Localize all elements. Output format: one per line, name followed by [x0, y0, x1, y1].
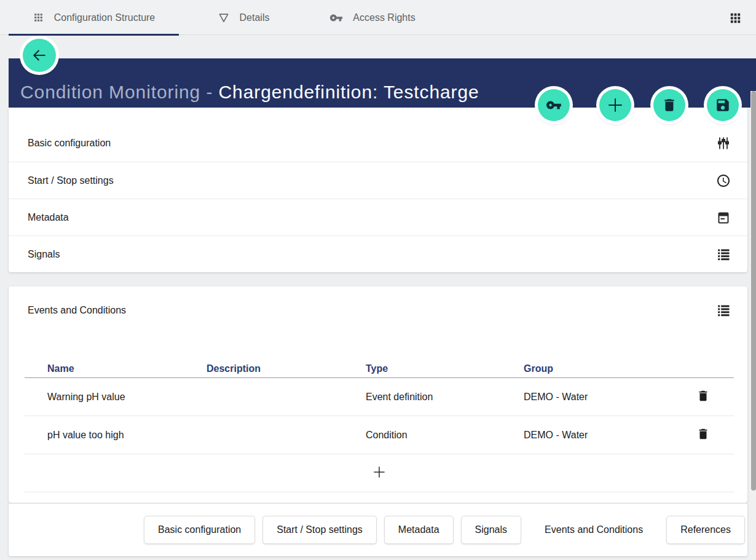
- tab-label: Details: [240, 12, 270, 23]
- key-icon: [546, 97, 562, 113]
- page-title-prefix: Condition Monitoring -: [20, 82, 219, 102]
- table-header-row: Name Description Type Group: [25, 349, 734, 378]
- section-label: Signals: [28, 249, 716, 260]
- row-delete-button[interactable]: [685, 389, 722, 405]
- tab-label: Configuration Structure: [54, 12, 156, 23]
- events-table: Name Description Type Group Warning pH v…: [25, 349, 734, 492]
- cell-name: Warning pH value: [25, 392, 207, 403]
- bottom-nav: Basic configuration Start / Stop setting…: [9, 503, 747, 556]
- nav-references[interactable]: References: [666, 516, 745, 544]
- section-basic-configuration[interactable]: Basic configuration: [9, 125, 747, 162]
- page-header: Condition Monitoring - Chargendefinition…: [9, 58, 756, 108]
- section-label: Basic configuration: [28, 138, 716, 149]
- scrollbar-thumb[interactable]: [751, 91, 756, 491]
- section-label: Metadata: [28, 212, 716, 223]
- events-title: Events and Conditions: [28, 305, 716, 316]
- column-header-name: Name: [25, 363, 207, 377]
- clock-icon: [716, 173, 731, 188]
- trash-icon: [661, 97, 677, 113]
- calendar-icon: [716, 210, 731, 225]
- nav-events-and-conditions[interactable]: Events and Conditions: [529, 516, 659, 544]
- column-header-group: Group: [524, 363, 685, 377]
- apps-grid-icon[interactable]: [728, 10, 742, 25]
- trash-icon: [696, 389, 710, 405]
- tab-configuration-structure[interactable]: Configuration Structure: [9, 0, 179, 35]
- scrollbar-track[interactable]: [750, 91, 756, 560]
- filter-icon: [218, 12, 230, 24]
- section-label: Start / Stop settings: [28, 175, 716, 186]
- delete-button[interactable]: [653, 89, 685, 121]
- grid-icon: [33, 12, 44, 23]
- access-key-button[interactable]: [538, 89, 570, 121]
- sliders-icon: [716, 136, 731, 151]
- section-metadata[interactable]: Metadata: [9, 199, 747, 235]
- plus-icon: [371, 464, 387, 483]
- section-start-stop-settings[interactable]: Start / Stop settings: [9, 162, 747, 199]
- arrow-left-icon: [31, 47, 48, 64]
- row-delete-button[interactable]: [685, 427, 722, 443]
- nav-start-stop-settings[interactable]: Start / Stop settings: [262, 516, 377, 544]
- sections-card: Basic configuration Start / Stop setting…: [9, 108, 747, 272]
- add-row-button[interactable]: [25, 454, 734, 492]
- table-row[interactable]: pH value too high Condition DEMO - Water: [25, 416, 734, 454]
- save-button[interactable]: [707, 89, 739, 121]
- list-icon[interactable]: [716, 303, 731, 318]
- cell-name: pH value too high: [25, 430, 207, 441]
- list-icon: [716, 247, 731, 262]
- trash-icon: [696, 427, 710, 443]
- nav-metadata[interactable]: Metadata: [384, 516, 454, 544]
- add-button[interactable]: [599, 89, 631, 121]
- column-header-type: Type: [366, 363, 524, 377]
- page-title: Condition Monitoring - Chargendefinition…: [20, 83, 479, 101]
- column-header-description: Description: [207, 363, 366, 377]
- nav-signals[interactable]: Signals: [461, 516, 521, 544]
- plus-icon: [605, 95, 625, 115]
- events-card: Events and Conditions Name Description T…: [9, 286, 747, 503]
- cell-type: Condition: [366, 430, 524, 441]
- section-signals[interactable]: Signals: [9, 235, 747, 272]
- table-row[interactable]: Warning pH value Event definition DEMO -…: [25, 378, 734, 416]
- back-button[interactable]: [23, 39, 56, 72]
- tab-label: Access Rights: [353, 12, 415, 23]
- save-icon: [715, 97, 731, 113]
- tab-access-rights[interactable]: Access Rights: [308, 0, 437, 35]
- page-title-main: Chargendefinition: Testcharge: [219, 82, 479, 102]
- nav-basic-configuration[interactable]: Basic configuration: [144, 516, 255, 544]
- cell-type: Event definition: [366, 392, 524, 403]
- cell-group: DEMO - Water: [524, 430, 685, 441]
- key-icon: [329, 11, 343, 25]
- cell-group: DEMO - Water: [524, 392, 685, 403]
- tab-details[interactable]: Details: [179, 0, 308, 35]
- top-tab-bar: Configuration Structure Details Access R…: [0, 0, 756, 35]
